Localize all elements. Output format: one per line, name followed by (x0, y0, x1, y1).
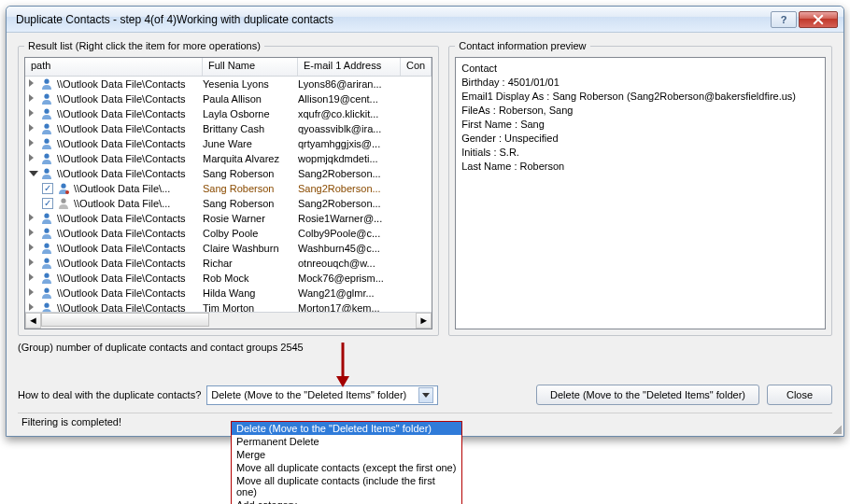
dropdown-option[interactable]: Merge (232, 448, 461, 461)
table-row[interactable]: \\Outlook Data File\ContactsTim MortonMo… (25, 301, 432, 312)
table-row[interactable]: \\Outlook Data File\ContactsColby PooleC… (25, 226, 432, 241)
contact-icon (57, 182, 70, 195)
row-email: otnreouqch@w... (298, 258, 401, 269)
table-row[interactable]: \\Outlook Data File\ContactsRosie Warner… (25, 211, 432, 226)
expand-icon[interactable] (29, 259, 38, 268)
contact-icon (40, 107, 53, 120)
scroll-thumb[interactable] (41, 313, 209, 327)
table-row[interactable]: \\Outlook Data File\ContactsMarquita Alv… (25, 151, 432, 166)
table-row[interactable]: \\Outlook Data File\ContactsRicharotnreo… (25, 256, 432, 271)
row-email: Sang2Roberson... (298, 198, 401, 209)
preview-line: FileAs : Roberson, Sang (461, 104, 819, 118)
col-path[interactable]: path (25, 58, 203, 76)
table-row[interactable]: \\Outlook Data File\ContactsYesenia Lyon… (25, 77, 432, 91)
row-path: \\Outlook Data File\Contacts (57, 273, 203, 284)
table-row[interactable]: \\Outlook Data File\...Sang RobersonSang… (25, 196, 432, 211)
expand-icon[interactable] (29, 273, 38, 283)
row-fullname: Hilda Wang (203, 287, 298, 299)
col-rest[interactable]: Con (401, 58, 432, 76)
table-row[interactable]: \\Outlook Data File\ContactsBrittany Cas… (25, 121, 432, 136)
row-checkbox[interactable] (42, 183, 53, 194)
annotation-arrow-icon (333, 343, 352, 391)
expand-icon[interactable] (29, 124, 38, 133)
action-dropdown-list[interactable]: Delete (Move to the "Deleted Items" fold… (231, 421, 462, 504)
contact-icon (40, 242, 53, 255)
scroll-track[interactable] (41, 313, 416, 329)
scroll-left-arrow-icon[interactable]: ◄ (25, 313, 41, 329)
svg-point-2 (44, 109, 49, 114)
col-email[interactable]: E-mail 1 Address (298, 58, 401, 76)
table-row[interactable]: \\Outlook Data File\ContactsLayla Osborn… (25, 106, 432, 121)
table-row[interactable]: \\Outlook Data File\ContactsPaula Alliso… (25, 91, 432, 106)
scroll-right-arrow-icon[interactable]: ► (416, 313, 432, 329)
row-path: \\Outlook Data File\Contacts (57, 138, 203, 149)
dialog-window: Duplicate Contacts - step 4(of 4)Working… (6, 6, 844, 437)
expand-icon[interactable] (29, 303, 38, 312)
row-checkbox[interactable] (42, 198, 53, 209)
dropdown-option[interactable]: Delete (Move to the "Deleted Items" fold… (232, 422, 461, 435)
dropdown-option[interactable]: Move all duplicate contacts (except the … (232, 461, 461, 474)
svg-point-0 (44, 79, 49, 84)
expand-icon[interactable] (29, 244, 38, 253)
row-path: \\Outlook Data File\Contacts (57, 123, 203, 134)
contact-icon (57, 197, 70, 210)
contact-icon (40, 152, 53, 165)
row-email: Lyons86@ariran... (298, 78, 401, 90)
table-row[interactable]: \\Outlook Data File\...Sang RobersonSang… (25, 181, 432, 196)
preview-line: Last Name : Roberson (461, 160, 819, 174)
expand-icon[interactable] (29, 109, 38, 119)
expand-icon[interactable] (29, 288, 38, 298)
row-path: \\Outlook Data File\Contacts (57, 287, 203, 299)
col-fullname[interactable]: Full Name (203, 58, 298, 76)
expand-icon[interactable] (29, 79, 38, 89)
row-email: wopmjqkdmdeti... (298, 153, 401, 164)
table-row[interactable]: \\Outlook Data File\ContactsSang Roberso… (25, 166, 432, 181)
expand-icon[interactable] (29, 94, 38, 104)
table-row[interactable]: \\Outlook Data File\ContactsRob MockMock… (25, 271, 432, 286)
horizontal-scrollbar[interactable]: ◄ ► (25, 312, 432, 328)
row-fullname: Richar (203, 258, 298, 269)
table-row[interactable]: \\Outlook Data File\ContactsHilda WangWa… (25, 286, 432, 301)
contact-icon (40, 167, 53, 180)
preview-line: Initials : S.R. (461, 146, 819, 160)
close-window-button[interactable] (799, 11, 838, 28)
row-path: \\Outlook Data File\... (74, 198, 203, 209)
expand-icon[interactable] (29, 229, 38, 238)
dropdown-option[interactable]: Permanent Delete (232, 435, 461, 448)
dropdown-option[interactable]: Add category (232, 498, 461, 504)
window-title: Duplicate Contacts - step 4(of 4)Working… (16, 13, 769, 26)
collapse-icon[interactable] (29, 169, 38, 178)
expand-icon[interactable] (29, 154, 38, 163)
result-tree[interactable]: path Full Name E-mail 1 Address Con \\Ou… (24, 57, 432, 329)
preview-line: Email1 Display As : Sang Roberson (Sang2… (461, 90, 819, 104)
contact-icon (40, 301, 53, 312)
row-path: \\Outlook Data File\Contacts (57, 213, 203, 224)
row-fullname: Sang Roberson (203, 183, 298, 194)
preview-text[interactable]: ContactBirthday : 4501/01/01Email1 Displ… (455, 57, 826, 329)
dialog-content: Result list (Right click the item for mo… (7, 33, 843, 436)
table-row[interactable]: \\Outlook Data File\ContactsClaire Washb… (25, 241, 432, 256)
svg-point-15 (44, 288, 49, 293)
svg-point-13 (44, 259, 49, 263)
expand-icon[interactable] (29, 214, 38, 223)
row-fullname: Tim Morton (203, 302, 298, 312)
table-row[interactable]: \\Outlook Data File\ContactsJune Wareqrt… (25, 136, 432, 151)
preview-panel: Contact information preview ContactBirth… (448, 40, 832, 336)
row-fullname: Paula Allison (203, 93, 298, 105)
row-fullname: Sang Roberson (203, 168, 298, 179)
summary-text: (Group) number of duplicate contacts and… (18, 342, 832, 353)
titlebar[interactable]: Duplicate Contacts - step 4(of 4)Working… (7, 7, 843, 33)
contact-icon (40, 137, 53, 150)
close-button[interactable]: Close (767, 385, 832, 405)
chevron-down-icon[interactable] (418, 387, 433, 403)
action-combobox[interactable]: Delete (Move to the "Deleted Items" fold… (206, 385, 438, 405)
row-fullname: Yesenia Lyons (203, 78, 298, 90)
dropdown-option[interactable]: Move all duplicate contacts (include the… (232, 474, 461, 498)
expand-icon[interactable] (29, 139, 38, 148)
help-button[interactable] (771, 11, 797, 28)
svg-point-5 (44, 154, 49, 159)
row-path: \\Outlook Data File\... (74, 183, 203, 194)
apply-action-button[interactable]: Delete (Move to the "Deleted Items" fold… (536, 385, 759, 405)
column-headers[interactable]: path Full Name E-mail 1 Address Con (25, 58, 432, 77)
resize-grip-icon[interactable] (830, 423, 842, 434)
